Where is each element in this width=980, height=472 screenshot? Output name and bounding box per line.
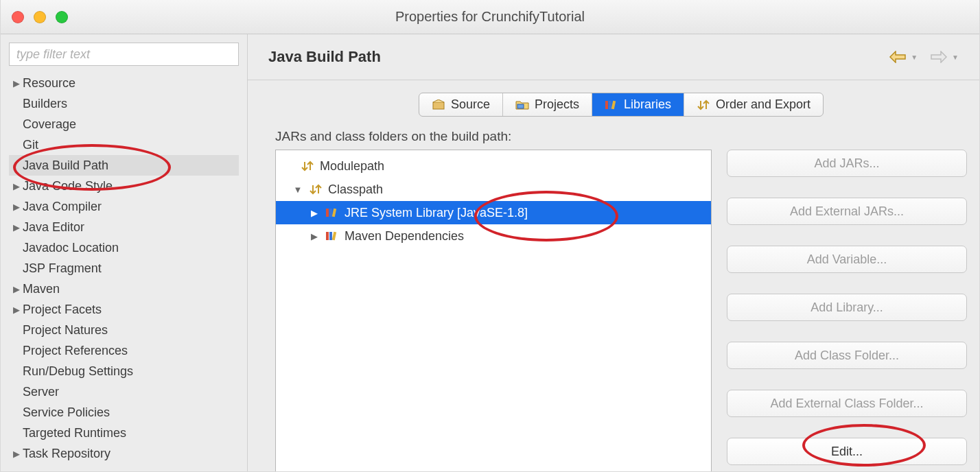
properties-sidebar: ▶ResourceBuildersCoverageGitJava Build P… [1, 34, 248, 472]
disclosure-triangle-icon[interactable]: ▶ [10, 284, 23, 294]
svg-rect-4 [611, 100, 616, 109]
sidebar-item-label: Task Repository [23, 447, 110, 461]
sidebar-item-resource[interactable]: ▶Resource [9, 73, 239, 93]
disclosure-triangle-icon[interactable]: ▶ [309, 208, 320, 218]
titlebar: Properties for CrunchifyTutorial [1, 0, 979, 34]
back-arrow-icon[interactable] [889, 51, 907, 63]
sidebar-item-run-debug-settings[interactable]: Run/Debug Settings [9, 361, 239, 381]
main-panel: Java Build Path ▼ ▼ SourceProjectsLibrar… [248, 34, 979, 472]
sidebar-item-label: Builders [23, 97, 67, 111]
sidebar-item-label: Javadoc Location [23, 241, 119, 255]
close-window-button[interactable] [12, 11, 24, 23]
tree-label: JRE System Library [JavaSE-1.8] [345, 206, 528, 220]
window-title: Properties for CrunchifyTutorial [1, 9, 979, 25]
add-jars-button[interactable]: Add JARs... [727, 150, 967, 177]
zoom-window-button[interactable] [56, 11, 68, 23]
tab-source[interactable]: Source [419, 93, 503, 116]
sidebar-item-label: Java Build Path [23, 158, 108, 173]
sidebar-item-project-references[interactable]: Project References [9, 340, 239, 361]
disclosure-triangle-icon[interactable]: ▶ [309, 231, 320, 241]
classpath-tree[interactable]: Modulepath ▼ Classpath ▶ [275, 150, 712, 472]
sidebar-item-java-code-style[interactable]: ▶Java Code Style [9, 176, 239, 196]
tree-node-modulepath[interactable]: Modulepath [276, 154, 711, 178]
svg-rect-3 [609, 101, 611, 109]
add-variable-button[interactable]: Add Variable... [727, 246, 967, 273]
sidebar-item-builders[interactable]: Builders [9, 93, 239, 114]
sidebar-item-project-natures[interactable]: Project Natures [9, 320, 239, 340]
forward-arrow-icon [930, 51, 948, 63]
tab-label: Order and Export [716, 97, 810, 112]
nav-arrows: ▼ ▼ [889, 51, 959, 63]
sidebar-item-java-compiler[interactable]: ▶Java Compiler [9, 196, 239, 217]
tab-order-and-export[interactable]: Order and Export [684, 93, 823, 116]
sidebar-item-label: Maven [23, 282, 60, 296]
order-icon [301, 161, 314, 172]
edit-button[interactable]: Edit... [727, 438, 967, 465]
add-library-button[interactable]: Add Library... [727, 294, 967, 321]
sidebar-item-java-editor[interactable]: ▶Java Editor [9, 217, 239, 237]
disclosure-triangle-icon[interactable]: ▶ [10, 449, 23, 459]
svg-rect-8 [326, 232, 329, 240]
svg-rect-6 [329, 209, 332, 217]
folder-icon [515, 99, 529, 110]
sidebar-item-label: Server [23, 385, 59, 399]
window-controls [12, 11, 68, 23]
add-external-class-folder-button[interactable]: Add External Class Folder... [727, 390, 967, 417]
svg-rect-7 [332, 209, 336, 217]
sidebar-item-label: Project Natures [23, 323, 108, 338]
order-icon [697, 99, 710, 110]
sidebar-item-label: Java Compiler [23, 200, 102, 214]
sidebar-item-label: Java Code Style [23, 179, 113, 193]
sidebar-item-project-facets[interactable]: ▶Project Facets [9, 299, 239, 320]
button-column: Add JARs... Add External JARs... Add Var… [727, 150, 967, 472]
sidebar-item-label: Java Editor [23, 220, 84, 235]
disclosure-triangle-icon[interactable]: ▶ [10, 202, 23, 212]
sidebar-item-javadoc-location[interactable]: Javadoc Location [9, 237, 239, 258]
minimize-window-button[interactable] [34, 11, 46, 23]
sidebar-item-coverage[interactable]: Coverage [9, 114, 239, 134]
svg-rect-9 [329, 232, 332, 240]
tree-node-classpath[interactable]: ▼ Classpath [276, 178, 711, 201]
disclosure-triangle-icon[interactable]: ▼ [292, 185, 303, 195]
svg-rect-5 [326, 209, 329, 217]
tree-node-maven-dependencies[interactable]: ▶ Maven Dependencies [276, 224, 711, 248]
sidebar-item-task-repository[interactable]: ▶Task Repository [9, 443, 239, 464]
disclosure-triangle-icon[interactable]: ▶ [10, 305, 23, 315]
tab-label: Projects [535, 97, 579, 112]
tree-node-jre-system-library[interactable]: ▶ JRE System Library [JavaSE-1.8] [276, 201, 711, 224]
disclosure-triangle-icon[interactable]: ▶ [10, 222, 23, 233]
sidebar-item-label: Run/Debug Settings [23, 364, 133, 379]
sidebar-item-label: Resource [23, 76, 75, 91]
forward-menu-caret-icon[interactable]: ▼ [952, 54, 959, 61]
library-icon [325, 207, 339, 218]
build-path-tabs: SourceProjectsLibrariesOrder and Export [419, 93, 824, 117]
sidebar-item-label: JSP Fragment [23, 261, 102, 276]
package-icon [432, 99, 445, 110]
sidebar-item-label: Targeted Runtimes [23, 426, 126, 440]
sidebar-item-maven[interactable]: ▶Maven [9, 279, 239, 299]
svg-rect-0 [433, 102, 444, 109]
sidebar-item-git[interactable]: Git [9, 134, 239, 155]
tab-label: Source [451, 97, 490, 112]
back-menu-caret-icon[interactable]: ▼ [911, 54, 918, 61]
disclosure-triangle-icon[interactable]: ▶ [10, 78, 23, 88]
order-icon [309, 184, 323, 195]
filter-input[interactable] [9, 43, 239, 66]
sidebar-item-java-build-path[interactable]: Java Build Path [9, 155, 239, 176]
svg-rect-1 [517, 104, 524, 108]
tab-libraries[interactable]: Libraries [592, 93, 684, 116]
sidebar-item-server[interactable]: Server [9, 381, 239, 402]
sidebar-item-label: Service Policies [23, 405, 110, 420]
library-icon [325, 231, 339, 241]
sidebar-item-service-policies[interactable]: Service Policies [9, 402, 239, 423]
sidebar-item-label: Project Facets [23, 303, 102, 317]
sidebar-item-jsp-fragment[interactable]: JSP Fragment [9, 258, 239, 279]
section-subtitle: JARs and class folders on the build path… [275, 129, 967, 144]
tab-projects[interactable]: Projects [503, 93, 592, 116]
disclosure-triangle-icon[interactable]: ▶ [10, 181, 23, 191]
svg-rect-2 [605, 101, 608, 109]
add-external-jars-button[interactable]: Add External JARs... [727, 198, 967, 225]
add-class-folder-button[interactable]: Add Class Folder... [727, 342, 967, 369]
sidebar-item-targeted-runtimes[interactable]: Targeted Runtimes [9, 423, 239, 443]
svg-rect-10 [332, 232, 336, 241]
